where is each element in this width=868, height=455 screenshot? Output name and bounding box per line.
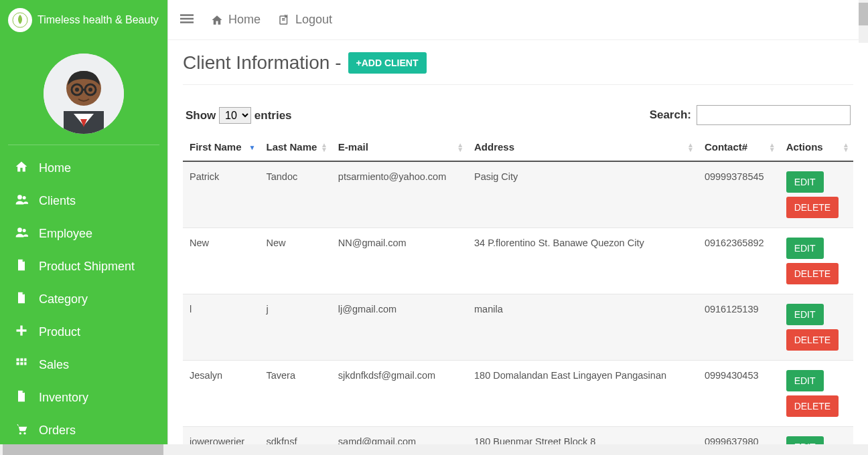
sidebar-item-label: Inventory — [39, 391, 88, 405]
col-first-name[interactable]: First Name▼ — [183, 133, 259, 161]
nav-home-label: Home — [228, 13, 261, 27]
cell-email: NN@gmail.com — [332, 228, 467, 294]
cell-address: 34 P.florentino St. Banawe Quezon City — [467, 228, 698, 294]
col-email[interactable]: E-mail▲▼ — [332, 133, 467, 161]
avatar — [44, 54, 124, 134]
svg-point-11 — [17, 227, 22, 232]
svg-rect-18 — [17, 362, 19, 365]
sidebar-item-label: Orders — [39, 424, 76, 438]
cell-email: lj@gmail.com — [332, 294, 467, 361]
file-icon — [15, 291, 39, 308]
col-last-name[interactable]: Last Name▲▼ — [259, 133, 331, 161]
delete-button[interactable]: DELETE — [786, 395, 839, 417]
clients-table: First Name▼ Last Name▲▼ E-mail▲▼ Address… — [183, 133, 853, 455]
svg-rect-16 — [20, 359, 23, 361]
file-icon — [15, 389, 39, 406]
cell-first-name: l — [183, 294, 259, 361]
svg-point-22 — [23, 432, 25, 434]
sort-icon: ▲▼ — [769, 143, 776, 152]
col-address[interactable]: Address▲▼ — [467, 133, 698, 161]
cell-actions: EDITDELETE — [780, 361, 853, 427]
svg-point-12 — [23, 229, 26, 232]
svg-rect-23 — [180, 14, 194, 16]
sort-asc-icon: ▼ — [249, 145, 256, 149]
delete-button[interactable]: DELETE — [786, 263, 839, 284]
sort-icon: ▲▼ — [321, 143, 328, 152]
svg-rect-14 — [17, 329, 27, 331]
cell-address: Pasig City — [467, 161, 698, 228]
sidebar: Timeless health & Beauty — [0, 0, 167, 455]
delete-button[interactable]: DELETE — [786, 197, 839, 218]
brand-title: Timeless health & Beauty — [38, 14, 159, 26]
table-row: PatrickTandocptsarmiento@yahoo.comPasig … — [183, 161, 853, 228]
cell-contact: 09999378545 — [698, 161, 780, 228]
search-input[interactable] — [697, 105, 851, 125]
show-label-post: entries — [255, 109, 292, 122]
edit-button[interactable]: EDIT — [786, 304, 824, 325]
window-scrollbar-vertical[interactable] — [859, 0, 868, 43]
window-scrollbar-horizontal[interactable] — [0, 444, 868, 455]
nav-home-link[interactable]: Home — [211, 13, 261, 27]
col-contact[interactable]: Contact#▲▼ — [698, 133, 780, 161]
svg-rect-25 — [180, 21, 194, 23]
cell-contact: 0999430453 — [698, 361, 780, 427]
users-icon — [15, 193, 39, 209]
avatar-wrap — [0, 44, 167, 141]
cart-icon — [15, 422, 39, 439]
sidebar-item-orders[interactable]: Orders — [0, 414, 167, 447]
sort-icon: ▲▼ — [843, 143, 849, 152]
sidebar-item-clients[interactable]: Clients — [0, 185, 167, 217]
brand-logo — [8, 8, 32, 32]
svg-point-21 — [19, 432, 21, 434]
title-divider — [183, 84, 853, 85]
sidebar-nav: HomeClientsEmployeeProduct ShipmentCateg… — [0, 149, 167, 450]
cell-last-name: Tandoc — [259, 161, 331, 228]
cell-contact: 09162365892 — [698, 228, 780, 294]
edit-button[interactable]: EDIT — [786, 238, 824, 259]
search-label: Search: — [650, 108, 691, 122]
nav-logout-link[interactable]: Logout — [278, 13, 332, 27]
sort-icon: ▲▼ — [687, 143, 694, 152]
plus-icon — [15, 324, 39, 341]
add-client-button[interactable]: +ADD CLIENT — [348, 52, 427, 74]
table-row: JesalynTaverasjkdnfkdsf@gmail.com180 Dom… — [183, 361, 853, 427]
cell-last-name: Tavera — [259, 361, 331, 427]
edit-button[interactable]: EDIT — [786, 171, 824, 193]
logout-icon — [278, 14, 290, 26]
sidebar-header: Timeless health & Beauty — [0, 0, 167, 40]
col-actions[interactable]: Actions▲▼ — [780, 133, 853, 161]
sidebar-item-label: Product Shipment — [39, 260, 135, 274]
file-icon — [15, 258, 39, 275]
cell-address: manila — [467, 294, 698, 361]
cell-first-name: New — [183, 228, 259, 294]
sidebar-item-employee[interactable]: Employee — [0, 217, 167, 250]
sidebar-item-label: Employee — [39, 227, 92, 241]
page-size-select[interactable]: 10 — [219, 107, 251, 124]
svg-rect-19 — [20, 362, 23, 365]
svg-rect-20 — [24, 362, 26, 365]
sidebar-item-product[interactable]: Product — [0, 316, 167, 349]
sidebar-item-inventory[interactable]: Inventory — [0, 381, 167, 414]
sidebar-item-label: Clients — [39, 194, 76, 208]
grid-icon — [15, 357, 39, 373]
home-icon — [15, 160, 39, 177]
sidebar-item-product-shipment[interactable]: Product Shipment — [0, 250, 167, 283]
cell-first-name: Jesalyn — [183, 361, 259, 427]
cell-last-name: New — [259, 228, 331, 294]
svg-rect-24 — [180, 18, 194, 20]
sidebar-item-home[interactable]: Home — [0, 152, 167, 185]
sidebar-divider — [8, 145, 159, 145]
menu-toggle-icon[interactable] — [180, 12, 194, 27]
sidebar-item-category[interactable]: Category — [0, 283, 167, 316]
cell-address: 180 Domalandan East Lingayen Pangasinan — [467, 361, 698, 427]
home-icon — [211, 14, 223, 26]
cell-contact: 0916125139 — [698, 294, 780, 361]
table-row: ljlj@gmail.commanila0916125139EDITDELETE — [183, 294, 853, 361]
sidebar-item-label: Sales — [39, 358, 69, 372]
svg-point-7 — [75, 88, 79, 92]
sidebar-item-sales[interactable]: Sales — [0, 349, 167, 381]
edit-button[interactable]: EDIT — [786, 370, 824, 391]
page-title: Client Information - — [183, 52, 342, 74]
delete-button[interactable]: DELETE — [786, 329, 839, 351]
cell-actions: EDITDELETE — [780, 161, 853, 228]
